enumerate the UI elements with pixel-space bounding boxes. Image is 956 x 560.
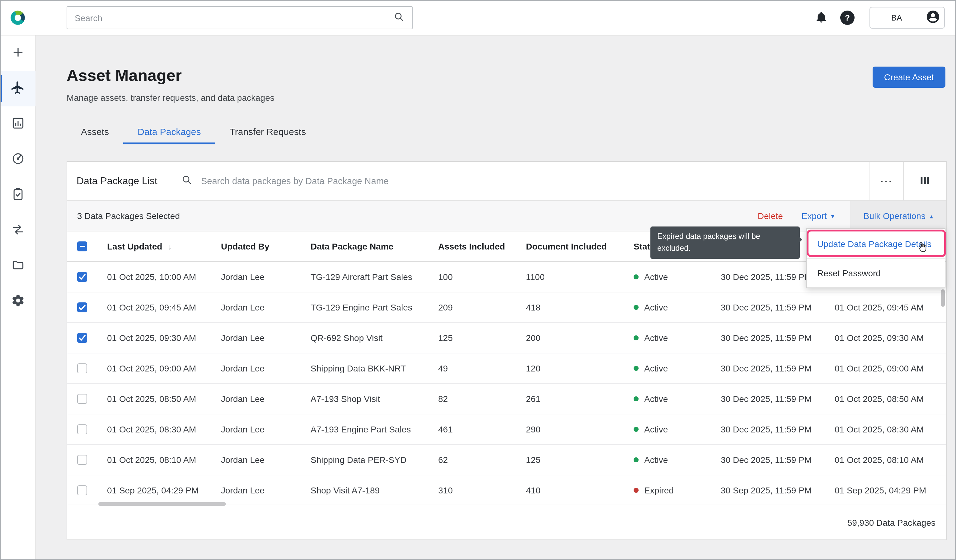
- status-dot: [634, 366, 638, 371]
- menu-item-update-data-package-details[interactable]: Update Data Package Details: [807, 229, 945, 258]
- cell-package-name: Shipping Data BKK-NRT: [311, 353, 435, 383]
- cell-assets: 62: [438, 445, 522, 475]
- more-options-button[interactable]: ⋯: [869, 162, 903, 200]
- transfer-arrows-icon: [11, 223, 25, 238]
- radar-icon: [11, 152, 25, 168]
- search-icon: [181, 174, 192, 188]
- sort-desc-icon: ↓: [168, 242, 172, 251]
- table-row[interactable]: 01 Oct 2025, 09:00 AM Jordan Lee Shippin…: [67, 353, 946, 384]
- panel-footer: 59,930 Data Packages: [67, 505, 946, 540]
- columns-button[interactable]: [904, 162, 946, 200]
- menu-item-reset-password[interactable]: Reset Password: [807, 258, 945, 287]
- row-checkbox[interactable]: [77, 424, 87, 434]
- create-asset-button[interactable]: Create Asset: [873, 67, 945, 88]
- cell-updated-by: Jordan Lee: [221, 384, 308, 414]
- header-cell-select: [77, 231, 93, 261]
- cell-last-updated: 01 Oct 2025, 09:30 AM: [107, 323, 217, 353]
- table-row[interactable]: 01 Oct 2025, 09:30 AM Jordan Lee QR-692 …: [67, 323, 946, 353]
- app-logo-icon: [11, 11, 25, 25]
- cell-select: [77, 292, 93, 322]
- cell-assets: 461: [438, 414, 522, 444]
- horizontal-scrollbar[interactable]: [98, 502, 226, 506]
- cell-assets: 125: [438, 323, 522, 353]
- cell-created: 01 Oct 2025, 08:10 AM: [835, 445, 944, 475]
- cell-updated-by: Jordan Lee: [221, 353, 308, 383]
- cell-package-name: A7-193 Engine Part Sales: [311, 414, 435, 444]
- cell-expires: 30 Dec 2025, 11:59 PM: [721, 323, 832, 353]
- header-cell-package-name[interactable]: Data Package Name: [311, 231, 435, 261]
- cell-expires: 30 Sep 2025, 11:59 PM: [721, 475, 832, 505]
- header-cell-updated-by[interactable]: Updated By: [221, 231, 308, 261]
- sidebar-item-tasks[interactable]: [0, 177, 36, 213]
- status-dot: [634, 488, 638, 493]
- select-all-checkbox[interactable]: [77, 242, 87, 251]
- row-checkbox[interactable]: [77, 363, 87, 373]
- header-cell-assets-included[interactable]: Assets Included: [438, 231, 522, 261]
- cell-status: Active: [634, 323, 718, 353]
- tab-assets[interactable]: Assets: [67, 120, 123, 144]
- cell-package-name: TG-129 Aircraft Part Sales: [311, 262, 435, 292]
- table-row[interactable]: 01 Oct 2025, 08:50 AM Jordan Lee A7-193 …: [67, 384, 946, 414]
- table-row[interactable]: 01 Oct 2025, 09:45 AM Jordan Lee TG-129 …: [67, 292, 946, 323]
- cell-select: [77, 323, 93, 353]
- bulk-operations-button[interactable]: Bulk Operations ▴: [851, 201, 946, 231]
- bell-icon: [814, 10, 827, 25]
- cell-last-updated: 01 Oct 2025, 08:10 AM: [107, 445, 217, 475]
- folder-icon: [11, 258, 25, 274]
- cell-select: [77, 262, 93, 292]
- app-window: ? BA: [0, 0, 956, 560]
- table-row[interactable]: 01 Oct 2025, 08:30 AM Jordan Lee A7-193 …: [67, 414, 946, 445]
- cell-documents: 120: [526, 353, 631, 383]
- help-button[interactable]: ?: [840, 11, 855, 25]
- header-cell-document-included[interactable]: Document Included: [526, 231, 631, 261]
- cell-expires: 30 Dec 2025, 11:59 PM: [721, 445, 832, 475]
- row-checkbox[interactable]: [77, 455, 87, 465]
- tab-transfer-requests[interactable]: Transfer Requests: [215, 120, 321, 144]
- bulk-operations-menu: Update Data Package Details Reset Passwo…: [806, 228, 945, 288]
- sidebar-item-asset-manager[interactable]: [0, 71, 36, 107]
- cell-status: Active: [634, 292, 718, 322]
- data-package-list-panel: Data Package List ⋯ 3 Data Packages Sele…: [67, 161, 947, 540]
- status-label: Active: [644, 394, 668, 404]
- cell-created: 01 Oct 2025, 09:00 AM: [835, 353, 944, 383]
- cell-last-updated: 01 Oct 2025, 09:45 AM: [107, 292, 217, 322]
- bulk-operations-label: Bulk Operations: [863, 211, 926, 221]
- sidebar-item-add[interactable]: [0, 36, 36, 71]
- package-search-input[interactable]: [192, 176, 869, 186]
- row-checkbox[interactable]: [77, 485, 87, 495]
- cell-status: Expired: [634, 475, 718, 505]
- row-checkbox[interactable]: [77, 333, 87, 343]
- table-row[interactable]: 01 Oct 2025, 08:10 AM Jordan Lee Shippin…: [67, 445, 946, 475]
- global-search[interactable]: [67, 6, 413, 29]
- cell-documents: 200: [526, 323, 631, 353]
- selection-count: 3 Data Packages Selected: [77, 211, 180, 221]
- cell-select: [77, 475, 93, 505]
- user-menu[interactable]: BA: [870, 7, 945, 28]
- sidebar-item-transfers[interactable]: [0, 213, 36, 248]
- cell-updated-by: Jordan Lee: [221, 323, 308, 353]
- sidebar-item-files[interactable]: [0, 248, 36, 284]
- cell-select: [77, 445, 93, 475]
- sidebar-item-tracking[interactable]: [0, 142, 36, 177]
- header-cell-last-updated[interactable]: Last Updated ↓: [107, 231, 217, 261]
- row-checkbox[interactable]: [77, 303, 87, 312]
- tab-data-packages[interactable]: Data Packages: [123, 120, 215, 144]
- export-button[interactable]: Export ▾: [802, 211, 834, 221]
- package-search[interactable]: [169, 162, 869, 200]
- cell-documents: 418: [526, 292, 631, 322]
- cell-expires: 30 Dec 2025, 11:59 PM: [721, 414, 832, 444]
- row-checkbox[interactable]: [77, 272, 87, 282]
- sidebar-item-analytics[interactable]: [0, 107, 36, 142]
- notifications-button[interactable]: [810, 7, 832, 28]
- cell-assets: 82: [438, 384, 522, 414]
- vertical-scrollbar[interactable]: [941, 289, 945, 307]
- status-label: Expired: [644, 485, 674, 495]
- cell-status: Active: [634, 384, 718, 414]
- cell-created: 01 Sep 2025, 04:29 PM: [835, 475, 944, 505]
- cell-status: Active: [634, 262, 718, 292]
- table-row[interactable]: 01 Sep 2025, 04:29 PM Jordan Lee Shop Vi…: [67, 475, 946, 506]
- sidebar-item-settings[interactable]: [0, 284, 36, 319]
- delete-button[interactable]: Delete: [758, 211, 783, 221]
- global-search-input[interactable]: [67, 13, 393, 23]
- row-checkbox[interactable]: [77, 394, 87, 404]
